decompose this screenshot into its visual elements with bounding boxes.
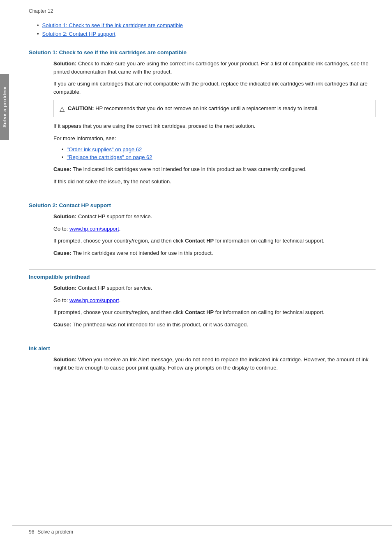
text-solution1: Check to make sure you are using the cor… [53,60,369,75]
link-replace-cartridges[interactable]: "Replace the cartridges" on page 62 [67,154,152,160]
label-cause3: Cause: [53,321,71,328]
label-cause2: Cause: [53,250,71,256]
section-content-incompatible: Solution: Contact HP support for service… [53,284,376,328]
section-heading-solution2: Solution 2: Contact HP support [29,202,376,208]
label-solution: Solution: [53,60,76,67]
section-content-inkalert: Solution: When you receive an Ink Alert … [53,356,376,372]
text-solution4: When you receive an Ink Alert message, y… [53,356,369,371]
paragraph: Go to: www.hp.com/support. [53,225,376,233]
text-proceed: If it appears that you are using the cor… [53,123,255,129]
list-item: "Order ink supplies" on page 62 [62,146,376,153]
sub-list: "Order ink supplies" on page 62 "Replace… [62,146,376,160]
toc-list: Solution 1: Check to see if the ink cart… [37,22,376,37]
text-solution2: Contact HP support for service. [78,213,152,220]
paragraph: If this did not solve the issue, try the… [53,178,376,186]
sidebar-tab-label: Solve a problem [2,86,7,127]
paragraph: Go to: www.hp.com/support. [53,296,376,305]
text-goto: Go to: [53,226,69,232]
text-period1: . [119,226,121,232]
text-next-solution: If this did not solve the issue, try the… [53,178,171,185]
text-contact-hp2: Contact HP [185,309,214,315]
paragraph: Cause: The ink cartridges were not inten… [53,249,376,257]
paragraph: Cause: The indicated ink cartridges were… [53,165,376,173]
page-footer: 96 Solve a problem [12,525,392,535]
text-more-info: For more information, see: [53,135,116,141]
section-heading-incompatible: Incompatible printhead [29,274,376,280]
text-cause2: The ink cartridges were not intended for… [73,250,213,256]
sidebar-tab: Solve a problem [0,74,9,140]
text-prompted2: If prompted, choose your country/region,… [53,309,185,315]
paragraph: If prompted, choose your country/region,… [53,237,376,245]
paragraph: If it appears that you are using the cor… [53,122,376,130]
text-compatible: If you are using ink cartridges that are… [53,81,368,95]
label-solution3: Solution: [53,285,76,291]
text-cause1: The indicated ink cartridges were not in… [73,166,307,172]
caution-icon: △ [60,105,65,113]
paragraph: Solution: When you receive an Ink Alert … [53,356,376,372]
section-heading-solution1: Solution 1: Check to see if the ink cart… [29,49,376,55]
list-item: "Replace the cartridges" on page 62 [62,154,376,160]
text-contact-hp: Contact HP [185,238,214,244]
footer-page-number: 96 [29,529,34,535]
text-solution3: Contact HP support for service. [78,285,152,291]
label-cause1: Cause: [53,166,71,172]
list-item: Solution 1: Check to see if the ink cart… [37,22,376,28]
footer-title: Solve a problem [37,529,73,535]
paragraph: If you are using ink cartridges that are… [53,80,376,96]
caution-body: HP recommends that you do not remove an … [95,105,318,111]
chapter-label: Chapter 12 [29,8,53,14]
paragraph: Solution: Contact HP support for service… [53,213,376,221]
list-item: Solution 2: Contact HP support [37,31,376,37]
section-content-solution2: Solution: Contact HP support for service… [53,213,376,257]
text-prompted1: If prompted, choose your country/region,… [53,238,185,244]
section-heading-inkalert: Ink alert [29,345,376,351]
caution-label: CAUTION: [68,105,94,111]
label-solution2: Solution: [53,213,76,220]
paragraph: If prompted, choose your country/region,… [53,308,376,317]
link-order-ink[interactable]: "Order ink supplies" on page 62 [67,146,142,153]
toc-link-solution1[interactable]: Solution 1: Check to see if the ink cart… [42,22,183,28]
toc-link-solution2[interactable]: Solution 2: Contact HP support [42,31,115,37]
text-period2: . [119,297,121,303]
paragraph: Solution: Contact HP support for service… [53,284,376,292]
link-hp-support2[interactable]: www.hp.com/support [69,297,119,303]
section-inkalert: Ink alert Solution: When you receive an … [29,345,376,384]
section-content-solution1: Solution: Check to make sure you are usi… [53,60,376,185]
link-hp-support[interactable]: www.hp.com/support [69,226,119,232]
text-cause3: The printhead was not intended for use i… [73,321,248,328]
paragraph: Solution: Check to make sure you are usi… [53,60,376,76]
caution-text: CAUTION: HP recommends that you do not r… [68,104,318,113]
section-incompatible: Incompatible printhead Solution: Contact… [29,274,376,341]
label-solution4: Solution: [53,356,76,363]
main-content: Chapter 12 Solution 1: Check to see if t… [12,0,392,543]
text-prompted2b: for information on calling for technical… [214,309,325,315]
section-solution1: Solution 1: Check to see if the ink cart… [29,49,376,198]
text-goto2: Go to: [53,297,69,303]
caution-box: △ CAUTION: HP recommends that you do not… [53,100,376,117]
paragraph: Cause: The printhead was not intended fo… [53,321,376,329]
chapter-header: Chapter 12 [29,8,376,14]
text-prompted1b: for information on calling for technical… [214,238,325,244]
paragraph: For more information, see: [53,134,376,143]
section-solution2: Solution 2: Contact HP support Solution:… [29,202,376,270]
